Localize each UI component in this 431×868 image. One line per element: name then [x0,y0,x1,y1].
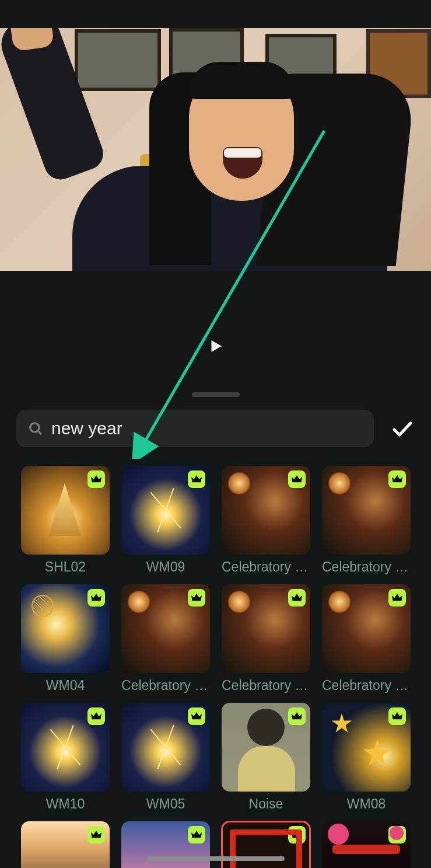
effect-thumbnail[interactable] [222,466,310,555]
premium-crown-icon [388,589,406,606]
premium-crown-icon [188,707,205,725]
premium-crown-icon [388,707,406,725]
effect-label: WM10 [46,796,85,812]
effect-label: Noise [249,796,283,812]
effect-label: WM09 [146,559,185,575]
effect-item[interactable]: Noise [222,703,310,812]
effect-item[interactable]: Celebratory Vibes [121,584,210,693]
preview-controls [0,271,431,410]
effect-label: SHL02 [45,559,86,575]
premium-crown-icon [188,589,205,606]
premium-crown-icon [288,589,306,606]
effect-item[interactable]: WM05 [121,703,210,812]
effect-item[interactable] [322,821,411,868]
effect-item[interactable] [21,821,110,868]
effect-label: Celebratory Vibes [222,678,310,693]
effect-item[interactable]: SHL02 [21,466,110,575]
premium-crown-icon [388,826,406,843]
effect-thumbnail[interactable] [322,703,411,792]
effect-thumbnail[interactable] [322,821,411,868]
effect-item[interactable]: Celebratory Vibes [322,584,411,693]
status-bar [0,0,431,28]
video-preview[interactable] [0,28,431,271]
checkmark-icon [391,417,414,440]
svg-line-2 [38,431,41,434]
effect-item[interactable]: Celebratory Vibes [222,584,310,693]
effect-thumbnail[interactable] [21,584,110,673]
effect-label: WM04 [46,678,85,693]
effect-thumbnail[interactable] [121,703,210,792]
effect-thumbnail[interactable] [21,466,110,555]
prop [140,154,169,203]
effect-thumbnail[interactable] [322,584,411,673]
effect-thumbnail[interactable] [21,821,110,868]
effect-thumbnail[interactable] [121,584,210,673]
effect-item[interactable]: Celebratory Vibes [222,466,310,575]
effect-item[interactable]: WM10 [21,703,110,812]
effect-thumbnail[interactable] [222,821,310,868]
prop [337,154,370,204]
play-icon [207,337,225,355]
effect-label: Celebratory Vibes [222,559,310,575]
effect-thumbnail[interactable] [21,703,110,792]
premium-crown-icon [87,826,105,843]
effect-thumbnail[interactable] [121,821,210,868]
effect-label: Celebratory Vibes [322,559,411,575]
premium-crown-icon [388,470,406,488]
premium-crown-icon [87,470,105,488]
effect-thumbnail[interactable] [322,466,411,555]
svg-point-1 [30,423,39,432]
effect-item[interactable]: WM08 [322,703,411,812]
preview-frame [0,28,431,271]
premium-crown-icon [288,826,306,843]
search-box[interactable] [16,410,374,447]
effect-item[interactable]: Celebratory Vibes [322,466,411,575]
wall-frame [366,29,431,98]
wall-frame [75,29,161,91]
effect-item[interactable]: WM09 [121,466,210,575]
effect-label: Celebratory Vibes [121,678,210,693]
search-row [0,410,431,447]
effect-item[interactable] [222,821,310,868]
effect-item[interactable] [121,821,210,868]
premium-crown-icon [87,589,105,606]
search-input[interactable] [51,419,362,438]
confirm-button[interactable] [390,416,415,441]
panel-drag-handle[interactable] [192,392,240,397]
effect-label: WM05 [146,796,185,812]
premium-crown-icon [188,470,205,488]
effect-item[interactable]: WM04 [21,584,110,693]
effect-thumbnail[interactable] [121,466,210,555]
effects-grid: SHL02WM09Celebratory VibesCelebratory Vi… [0,466,431,868]
play-button[interactable] [207,337,225,355]
wall-frame [169,28,244,79]
effect-label: Celebratory Vibes [322,678,411,693]
home-indicator[interactable] [147,856,285,861]
search-icon [28,421,43,436]
effect-thumbnail[interactable] [222,584,310,673]
effect-thumbnail[interactable] [222,703,310,792]
effect-label: WM08 [347,796,386,812]
premium-crown-icon [288,707,306,725]
premium-crown-icon [87,707,105,725]
premium-crown-icon [188,826,205,843]
premium-crown-icon [288,470,306,488]
wall-frame [265,34,337,84]
